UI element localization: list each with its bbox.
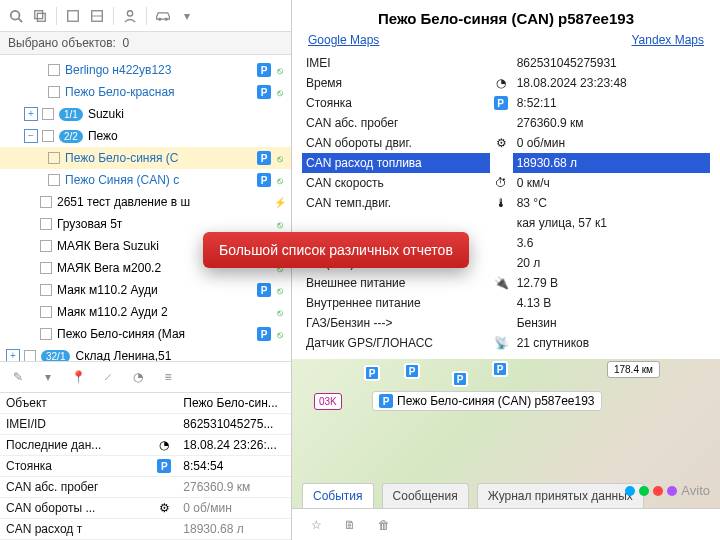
- detail-row: CAN обороты ...⚙0 об/мин: [0, 498, 291, 519]
- tree-row[interactable]: +1/1Suzuki: [0, 103, 291, 125]
- detail-row: CAN абс. пробег276360.9 км: [0, 477, 291, 498]
- expander[interactable]: +: [6, 349, 20, 361]
- tree-label: Berlingo н422ув123: [65, 63, 253, 77]
- copy-icon[interactable]: [30, 6, 50, 26]
- tree-row[interactable]: Маяк м110.2 АудиP⎋: [0, 279, 291, 301]
- tree-row[interactable]: Berlingo н422ув123P⎋: [0, 59, 291, 81]
- chevron-down-icon[interactable]: ▾: [38, 367, 58, 387]
- count-badge: 2/2: [59, 130, 83, 143]
- tab-events[interactable]: События: [302, 483, 374, 508]
- avito-watermark: Avito: [625, 483, 710, 498]
- checkbox[interactable]: [40, 306, 52, 318]
- tree-label: 2651 тест давление в ш: [57, 195, 269, 209]
- detail-row: CAN темп.двиг.🌡83 °C: [302, 193, 710, 213]
- star-icon[interactable]: ☆: [306, 515, 326, 535]
- doc-icon[interactable]: 🗎: [340, 515, 360, 535]
- tree-row[interactable]: Маяк м110.2 Ауди 2⎋: [0, 301, 291, 323]
- search-icon[interactable]: [6, 6, 26, 26]
- detail-row: ОбъектПежо Бело-син...: [0, 393, 291, 414]
- detail-row: CAN расход топлива18930.68 л: [302, 153, 710, 173]
- parking-marker[interactable]: P: [364, 365, 380, 381]
- tree-label: Маяк м110.2 Ауди: [57, 283, 253, 297]
- checkbox-icon[interactable]: [63, 6, 83, 26]
- object-tree[interactable]: Berlingo н422ув123P⎋Пежо Бело-краснаяP⎋+…: [0, 55, 291, 361]
- car-icon[interactable]: [153, 6, 173, 26]
- checkbox[interactable]: [40, 196, 52, 208]
- tree-row[interactable]: 2651 тест давление в ш⚡: [0, 191, 291, 213]
- svg-rect-3: [37, 13, 45, 21]
- count-badge: 32/1: [41, 350, 70, 362]
- checkbox[interactable]: [40, 284, 52, 296]
- yandex-maps-link[interactable]: Yandex Maps: [632, 33, 705, 47]
- menu-icon[interactable]: ≡: [158, 367, 178, 387]
- detail-row: CAN расход т18930.68 л: [0, 519, 291, 540]
- svg-point-8: [158, 17, 161, 20]
- tree-row[interactable]: Пежо Бело-краснаяP⎋: [0, 81, 291, 103]
- google-maps-link[interactable]: Google Maps: [308, 33, 379, 47]
- checkbox[interactable]: [40, 240, 52, 252]
- trash-icon[interactable]: 🗑: [374, 515, 394, 535]
- status-icon: P: [257, 63, 271, 77]
- tree-label: Маяк м110.2 Ауди 2: [57, 305, 269, 319]
- status-icon: P: [257, 327, 271, 341]
- parking-marker[interactable]: P: [452, 371, 468, 387]
- callout-banner: Большой список различных отчетов: [203, 232, 469, 268]
- tree-label: Пежо Бело-синяя (Мая: [57, 327, 253, 341]
- left-details: ОбъектПежо Бело-син...IMEI/ID86253104527…: [0, 393, 291, 540]
- clock-icon[interactable]: ◔: [128, 367, 148, 387]
- tree-label: Пежо Синяя (CAN) с: [65, 173, 253, 187]
- left-toolbar: ▾: [0, 0, 291, 32]
- tab-messages[interactable]: Сообщения: [382, 483, 469, 508]
- tree-label: Пежо Бело-красная: [65, 85, 253, 99]
- detail-row: CAN обороты двиг.⚙0 об/мин: [302, 133, 710, 153]
- chevron-down-icon[interactable]: ▾: [177, 6, 197, 26]
- checkbox[interactable]: [48, 64, 60, 76]
- checkbox[interactable]: [40, 218, 52, 230]
- count-badge: 1/1: [59, 108, 83, 121]
- status-icon: ⎋: [273, 173, 287, 187]
- parking-marker[interactable]: P: [404, 363, 420, 379]
- tree-row[interactable]: Пежо Синяя (CAN) сP⎋: [0, 169, 291, 191]
- selection-bar: Выбрано объектов: 0: [0, 32, 291, 55]
- status-icon: P: [257, 173, 271, 187]
- tree-label: Склад Ленина,51: [75, 349, 287, 361]
- checkbox[interactable]: [24, 350, 36, 361]
- checkbox[interactable]: [48, 86, 60, 98]
- detail-row: IMEI/ID862531045275...: [0, 414, 291, 435]
- tree-row[interactable]: −2/2Пежо: [0, 125, 291, 147]
- expander[interactable]: −: [24, 129, 38, 143]
- expander[interactable]: +: [24, 107, 38, 121]
- svg-point-9: [165, 17, 168, 20]
- tree-row[interactable]: Пежо Бело-синяя (СP⎋: [0, 147, 291, 169]
- filter-icon[interactable]: [87, 6, 107, 26]
- person-icon[interactable]: [120, 6, 140, 26]
- checkbox[interactable]: [42, 108, 54, 120]
- tracked-object-label[interactable]: P Пежо Бело-синяя (CAN) p587ее193: [372, 391, 602, 411]
- detail-row: Внешнее питание🔌12.79 B: [302, 273, 710, 293]
- detail-row: СтоянкаP8:54:54: [0, 456, 291, 477]
- svg-line-1: [19, 18, 23, 22]
- pencil-icon[interactable]: ✎: [8, 367, 28, 387]
- status-icon: ⎋: [273, 327, 287, 341]
- detail-row: CAN скорость⏱0 км/ч: [302, 173, 710, 193]
- checkbox[interactable]: [48, 152, 60, 164]
- tree-label: Пежо Бело-синяя (С: [65, 151, 253, 165]
- tree-row[interactable]: Пежо Бело-синяя (МаяP⎋: [0, 323, 291, 345]
- page-title: Пежо Бело-синяя (CAN) p587ее193: [292, 0, 720, 33]
- checkbox[interactable]: [42, 130, 54, 142]
- status-icon: ⚡: [273, 195, 287, 209]
- detail-row: CAN абс. пробег276360.9 км: [302, 113, 710, 133]
- status-icon: ⎋: [273, 85, 287, 99]
- pin-icon[interactable]: 📍: [68, 367, 88, 387]
- status-icon: P: [257, 151, 271, 165]
- checkbox[interactable]: [40, 328, 52, 340]
- tree-row[interactable]: +32/1Склад Ленина,51: [0, 345, 291, 361]
- checkbox[interactable]: [48, 174, 60, 186]
- status-icon: ⎋: [273, 217, 287, 231]
- distance-label: 178.4 км: [607, 361, 660, 378]
- svg-point-0: [11, 10, 20, 19]
- checkbox[interactable]: [40, 262, 52, 274]
- tab-log[interactable]: Журнал принятых данных: [477, 483, 644, 508]
- chart-icon[interactable]: ⟋: [98, 367, 118, 387]
- parking-marker[interactable]: P: [492, 361, 508, 377]
